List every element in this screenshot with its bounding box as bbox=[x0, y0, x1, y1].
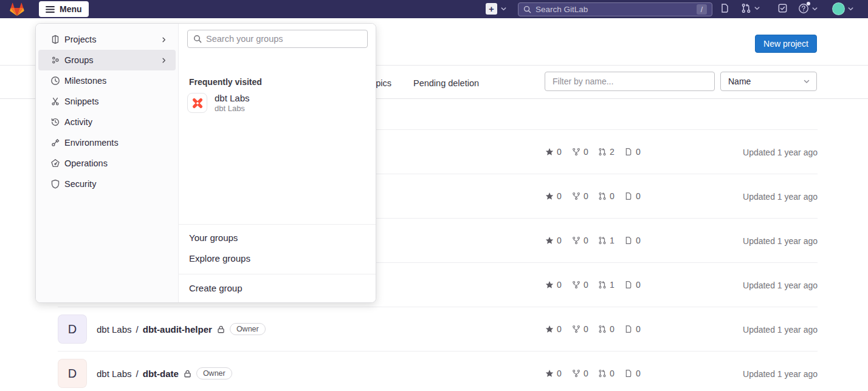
flyout-divider bbox=[179, 224, 376, 225]
star-count[interactable]: 0 bbox=[545, 280, 562, 290]
todos-nav-icon[interactable] bbox=[777, 3, 788, 13]
sort-dropdown[interactable]: Name bbox=[720, 72, 817, 91]
merge-requests-nav-dropdown[interactable] bbox=[741, 3, 760, 13]
menu-dropdown-panel: ProjectsGroupsMilestonesSnippetsActivity… bbox=[35, 23, 376, 303]
chevron-right-icon bbox=[160, 57, 167, 64]
menu-button[interactable]: Menu bbox=[39, 1, 89, 17]
star-count[interactable]: 0 bbox=[545, 191, 562, 201]
updated-timestamp: Updated 1 year ago bbox=[743, 148, 818, 157]
project-namespace[interactable]: dbt Labs bbox=[97, 369, 132, 379]
menu-item-label: Snippets bbox=[64, 97, 98, 106]
sidebar-item-snippets[interactable]: Snippets bbox=[38, 91, 176, 112]
project-avatar: D bbox=[58, 314, 87, 344]
security-icon bbox=[50, 179, 60, 189]
chevron-right-icon bbox=[160, 36, 167, 43]
sidebar-item-security[interactable]: Security bbox=[38, 174, 176, 194]
issues-count[interactable]: 0 bbox=[624, 324, 641, 334]
project-avatar: D bbox=[58, 359, 87, 388]
help-nav-dropdown[interactable] bbox=[798, 3, 818, 14]
merge-request-count[interactable]: 0 bbox=[598, 369, 615, 378]
sidebar-item-groups[interactable]: Groups bbox=[38, 50, 176, 70]
owner-badge: Owner bbox=[230, 323, 266, 335]
project-row[interactable]: D dbt Labs / dbt-audit-helper Owner 0 0 bbox=[58, 307, 818, 351]
fork-count[interactable]: 0 bbox=[572, 369, 588, 378]
chevron-down-icon bbox=[811, 5, 818, 12]
filter-by-name-input[interactable]: Filter by name... bbox=[545, 72, 715, 91]
issues-count[interactable]: 0 bbox=[624, 280, 641, 290]
tab-pending-deletion[interactable]: Pending deletion bbox=[413, 78, 479, 88]
issues-count[interactable]: 0 bbox=[624, 369, 641, 378]
merge-request-count[interactable]: 1 bbox=[598, 280, 615, 290]
operations-icon bbox=[50, 158, 60, 168]
project-icon bbox=[50, 35, 60, 44]
menu-item-label: Environments bbox=[64, 138, 119, 148]
chevron-down-icon bbox=[847, 5, 854, 12]
updated-timestamp: Updated 1 year ago bbox=[743, 369, 818, 379]
explore-groups-link[interactable]: Explore groups bbox=[189, 253, 250, 264]
issues-nav-icon[interactable] bbox=[720, 3, 730, 13]
filter-placeholder: Filter by name... bbox=[553, 76, 613, 86]
project-name[interactable]: dbt-audit-helper bbox=[143, 324, 212, 335]
groups-flyout: Search your groups Frequently visited db… bbox=[179, 24, 376, 302]
menu-item-label: Activity bbox=[64, 117, 92, 127]
frequently-visited-heading: Frequently visited bbox=[189, 77, 262, 87]
group-search-input[interactable]: Search your groups bbox=[187, 30, 368, 48]
chevron-down-icon bbox=[803, 78, 810, 85]
your-groups-link[interactable]: Your groups bbox=[189, 233, 238, 243]
milestones-icon bbox=[50, 76, 60, 86]
user-avatar bbox=[832, 2, 845, 15]
menu-item-label: Milestones bbox=[64, 76, 106, 86]
lock-icon bbox=[183, 369, 192, 378]
search-placeholder: Search GitLab bbox=[536, 5, 697, 14]
new-project-button[interactable]: New project bbox=[755, 35, 817, 53]
fork-count[interactable]: 0 bbox=[572, 147, 588, 157]
issues-count[interactable]: 0 bbox=[624, 236, 641, 245]
top-navbar: Menu + Search GitLab / bbox=[0, 0, 868, 18]
merge-request-count[interactable]: 0 bbox=[598, 191, 615, 201]
lock-icon bbox=[216, 325, 226, 334]
star-count[interactable]: 0 bbox=[545, 324, 562, 334]
star-count[interactable]: 0 bbox=[545, 236, 562, 245]
merge-request-count[interactable]: 1 bbox=[598, 236, 615, 245]
fork-count[interactable]: 0 bbox=[572, 324, 588, 334]
activity-icon bbox=[50, 117, 60, 127]
fork-count[interactable]: 0 bbox=[572, 280, 588, 290]
merge-request-count[interactable]: 0 bbox=[598, 324, 615, 334]
issues-count[interactable]: 0 bbox=[624, 147, 641, 157]
namespace-separator: / bbox=[136, 324, 139, 335]
gitlab-logo-icon[interactable] bbox=[9, 2, 25, 16]
sidebar-item-environments[interactable]: Environments bbox=[38, 132, 176, 153]
create-group-link[interactable]: Create group bbox=[189, 283, 243, 293]
global-search-input[interactable]: Search GitLab / bbox=[518, 2, 712, 16]
issues-count[interactable]: 0 bbox=[624, 191, 641, 201]
project-name[interactable]: dbt-date bbox=[143, 369, 179, 379]
notification-dot bbox=[807, 2, 810, 5]
updated-timestamp: Updated 1 year ago bbox=[743, 192, 818, 202]
star-count[interactable]: 0 bbox=[545, 147, 562, 157]
fork-count[interactable]: 0 bbox=[572, 236, 588, 245]
sidebar-item-activity[interactable]: Activity bbox=[38, 112, 176, 132]
new-menu-dropdown[interactable]: + bbox=[486, 3, 507, 15]
project-namespace[interactable]: dbt Labs bbox=[97, 324, 132, 335]
updated-timestamp: Updated 1 year ago bbox=[743, 236, 818, 246]
sort-value: Name bbox=[728, 76, 751, 86]
groups-icon bbox=[50, 55, 60, 65]
group-search-placeholder: Search your groups bbox=[206, 34, 283, 44]
owner-badge: Owner bbox=[196, 367, 232, 379]
project-row[interactable]: D dbt Labs / dbt-date Owner 0 0 bbox=[58, 351, 818, 391]
merge-request-count[interactable]: 2 bbox=[598, 147, 615, 157]
frequent-group-dbt-labs[interactable]: dbt Labs dbt Labs bbox=[187, 93, 250, 113]
search-shortcut-key: / bbox=[697, 4, 707, 15]
sidebar-item-milestones[interactable]: Milestones bbox=[38, 70, 176, 91]
hamburger-icon bbox=[46, 5, 55, 13]
sidebar-item-operations[interactable]: Operations bbox=[38, 153, 176, 174]
star-count[interactable]: 0 bbox=[545, 369, 562, 378]
fork-count[interactable]: 0 bbox=[572, 191, 588, 201]
flyout-divider bbox=[179, 274, 376, 274]
menu-item-label: Operations bbox=[64, 158, 108, 168]
environments-icon bbox=[50, 138, 60, 148]
user-menu-dropdown[interactable] bbox=[832, 2, 854, 15]
menu-column: ProjectsGroupsMilestonesSnippetsActivity… bbox=[36, 24, 179, 302]
sidebar-item-projects[interactable]: Projects bbox=[38, 29, 176, 50]
menu-item-label: Projects bbox=[64, 35, 96, 44]
